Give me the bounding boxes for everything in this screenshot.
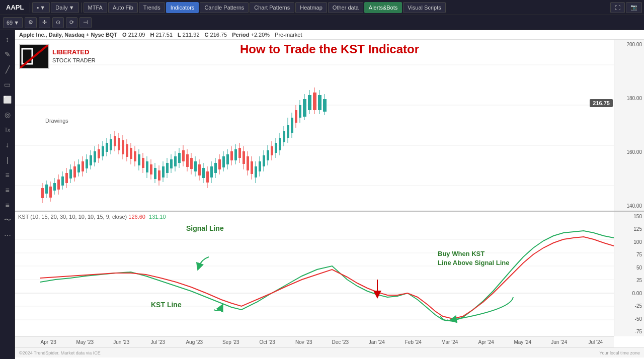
logo-box bbox=[19, 44, 49, 69]
copyright-text: ©2024 TrendSpider. Market data via ICE bbox=[19, 350, 101, 355]
candle-patterns-button[interactable]: Candle Patterns bbox=[200, 2, 249, 13]
settings-button[interactable]: ⚙ bbox=[25, 17, 37, 28]
high-value: 217.51 bbox=[155, 32, 173, 38]
crosshair-button[interactable]: ✛ bbox=[39, 17, 50, 28]
kst-signal-line bbox=[40, 237, 614, 319]
price-label-160: 160.00 bbox=[616, 149, 642, 155]
timeframe-button[interactable]: Daily ▼ bbox=[51, 2, 78, 13]
candle-type-button[interactable]: ▪ ▼ bbox=[32, 2, 50, 13]
svg-rect-74 bbox=[174, 156, 177, 166]
kst-indicator-panel[interactable]: KST (10, 15, 20, 30, 10, 10, 10, 15, 9, … bbox=[15, 211, 644, 336]
trends-button[interactable]: Trends bbox=[139, 2, 165, 13]
time-label-apr23: Apr '23 bbox=[30, 339, 67, 345]
kst-price-scale: 150 125 100 75 50 25 0.00 -25 -50 -75 bbox=[614, 212, 644, 336]
kst-level-neg75: -75 bbox=[616, 329, 642, 334]
svg-rect-80 bbox=[186, 154, 189, 167]
svg-rect-112 bbox=[251, 161, 253, 174]
logo-graphic bbox=[20, 45, 48, 68]
time-label-sep23: Sep '23 bbox=[213, 339, 250, 345]
svg-rect-88 bbox=[202, 168, 205, 178]
low-value: 211.92 bbox=[183, 32, 200, 38]
expand-button[interactable]: ⛶ bbox=[610, 2, 625, 13]
time-label-jun23: Jun '23 bbox=[103, 339, 140, 345]
kst-level-100: 100 bbox=[616, 239, 642, 245]
kst-chart-svg bbox=[15, 212, 614, 336]
svg-rect-78 bbox=[182, 150, 185, 161]
time-label-aug23: Aug '23 bbox=[176, 339, 213, 345]
pattern-tool[interactable]: ⋯ bbox=[2, 229, 14, 241]
kst-level-neg50: -50 bbox=[616, 316, 642, 322]
ruler-icon: ⊣ bbox=[83, 19, 88, 26]
symbol-label[interactable]: AAPL bbox=[2, 4, 28, 11]
timezone-text: Your local time zone bbox=[599, 350, 640, 355]
cursor-arrow: ▼ bbox=[14, 20, 19, 26]
svg-rect-120 bbox=[267, 150, 269, 160]
mtfa-button[interactable]: MTFA bbox=[84, 2, 107, 13]
svg-rect-68 bbox=[162, 166, 165, 177]
time-label-jul24: Jul '24 bbox=[578, 339, 614, 345]
svg-rect-34 bbox=[94, 151, 96, 162]
svg-rect-54 bbox=[134, 151, 136, 161]
chart-title: Apple Inc., Daily, Nasdaq + Nyse BQT bbox=[19, 32, 117, 38]
svg-rect-142 bbox=[313, 93, 316, 110]
svg-rect-138 bbox=[303, 99, 306, 117]
camera-button[interactable]: 📷 bbox=[626, 2, 642, 13]
svg-rect-132 bbox=[291, 118, 293, 133]
main-price-chart[interactable]: Drawings LIBERATED STOCK TRADER Ho bbox=[15, 40, 644, 211]
svg-rect-124 bbox=[275, 143, 277, 153]
settings-icon: ⚙ bbox=[28, 19, 33, 26]
kst-level-150: 150 bbox=[616, 214, 642, 219]
time-axis: Apr '23 May '23 Jun '23 Jul '23 Aug '23 … bbox=[15, 336, 614, 347]
pitchfork-tool[interactable]: ≡ bbox=[2, 184, 14, 196]
main-layout: ↕ ✎ ╱ ▭ ⬜ ◎ Tx ↓ | ≡ ≡ ≡ 〜 ⋯ Apple Inc.,… bbox=[0, 30, 644, 359]
vertical-line-tool[interactable]: | bbox=[2, 154, 14, 166]
circle-tool[interactable]: ◎ bbox=[2, 109, 14, 121]
svg-rect-100 bbox=[226, 154, 229, 164]
svg-rect-60 bbox=[146, 161, 148, 172]
draw-tool[interactable]: ✎ bbox=[2, 48, 14, 60]
gann-tool[interactable]: ≡ bbox=[2, 199, 14, 211]
ruler-button[interactable]: ⊣ bbox=[79, 17, 92, 28]
magnet-icon: ⊙ bbox=[56, 19, 60, 26]
svg-rect-102 bbox=[230, 151, 233, 160]
crosshair-icon: ✛ bbox=[42, 19, 47, 26]
period-value: +2.20% bbox=[251, 32, 270, 38]
other-data-button[interactable]: Other data bbox=[328, 2, 363, 13]
rect-tool[interactable]: ▭ bbox=[2, 78, 14, 91]
svg-rect-130 bbox=[287, 125, 289, 138]
main-price-scale: 200.00 180.00 160.00 140.00 bbox=[614, 40, 644, 211]
svg-rect-14 bbox=[53, 183, 56, 191]
cursor-mode-button[interactable]: 69 ▼ bbox=[3, 17, 23, 28]
autofib-button[interactable]: Auto Fib bbox=[108, 2, 138, 13]
footer: ©2024 TrendSpider. Market data via ICE Y… bbox=[15, 347, 644, 357]
top-toolbar: AAPL ▪ ▼ Daily ▼ MTFA Auto Fib Trends In… bbox=[0, 0, 644, 15]
svg-rect-128 bbox=[283, 131, 285, 142]
channel-tool[interactable]: ≡ bbox=[2, 169, 14, 181]
kst-val1: 126.60 bbox=[128, 214, 145, 220]
svg-rect-98 bbox=[222, 156, 225, 167]
text-tool[interactable]: Tx bbox=[2, 124, 14, 136]
kst-level-25: 25 bbox=[616, 278, 642, 283]
arrow-tool[interactable]: ↓ bbox=[2, 139, 14, 151]
alerts-bots-button[interactable]: Alerts&Bots bbox=[364, 2, 402, 13]
heatmap-button[interactable]: Heatmap bbox=[295, 2, 327, 13]
svg-rect-8 bbox=[41, 188, 44, 198]
visual-scripts-button[interactable]: Visual Scripts bbox=[403, 2, 445, 13]
indicators-button[interactable]: Indicators bbox=[166, 2, 199, 13]
kst-level-0: 0.00 bbox=[616, 291, 642, 296]
kst-formula-label: KST (10, 15, 20, 30, 10, 10, 10, 15, 9, … bbox=[18, 214, 127, 220]
svg-rect-66 bbox=[158, 170, 160, 181]
wave-tool[interactable]: 〜 bbox=[2, 214, 14, 226]
line-tool[interactable]: ╱ bbox=[2, 63, 14, 75]
fib-tool[interactable]: ⬜ bbox=[2, 94, 14, 106]
magnet-button[interactable]: ⊙ bbox=[52, 17, 64, 28]
svg-rect-76 bbox=[178, 153, 181, 163]
timeframe-label: Daily bbox=[55, 5, 67, 11]
separator bbox=[30, 3, 30, 13]
pointer-tool[interactable]: ↕ bbox=[2, 33, 14, 45]
chart-patterns-button[interactable]: Chart Patterns bbox=[250, 2, 294, 13]
kst-info-bar: KST (10, 15, 20, 30, 10, 10, 10, 15, 9, … bbox=[18, 214, 166, 220]
svg-rect-58 bbox=[142, 158, 144, 168]
svg-rect-64 bbox=[154, 168, 156, 179]
replay-button[interactable]: ⟳ bbox=[66, 17, 77, 28]
